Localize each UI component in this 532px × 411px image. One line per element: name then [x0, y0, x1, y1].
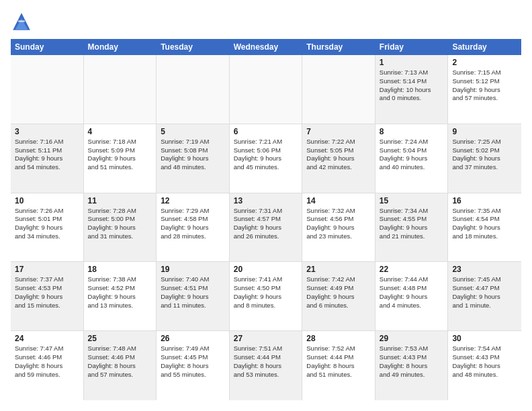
- cell-line: Sunrise: 7:37 AM: [15, 275, 79, 284]
- cell-line: Daylight: 9 hours: [452, 154, 517, 163]
- cell-line: Sunset: 5:04 PM: [380, 146, 444, 155]
- cell-line: Daylight: 9 hours: [452, 224, 517, 232]
- day-number: 20: [234, 265, 298, 274]
- day-number: 28: [306, 334, 371, 343]
- cell-line: Sunset: 5:05 PM: [306, 146, 371, 155]
- cell-line: Daylight: 9 hours: [380, 293, 444, 302]
- cell-line: and 54 minutes.: [15, 163, 79, 172]
- cell-line: Sunrise: 7:52 AM: [306, 345, 371, 353]
- cell-line: Sunset: 4:55 PM: [380, 215, 444, 224]
- cell-line: Sunset: 4:46 PM: [15, 353, 79, 362]
- cell-line: and 18 minutes.: [452, 232, 517, 241]
- cell-line: Daylight: 9 hours: [88, 293, 152, 302]
- day-number: 18: [88, 265, 152, 274]
- cell-line: Sunrise: 7:18 AM: [88, 138, 152, 146]
- week-row-3: 10Sunrise: 7:26 AMSunset: 5:01 PMDayligh…: [11, 193, 521, 263]
- day-cell-25: 25Sunrise: 7:48 AMSunset: 4:46 PMDayligh…: [84, 331, 157, 400]
- cell-line: Sunset: 4:51 PM: [161, 284, 225, 293]
- day-cell-5: 5Sunrise: 7:19 AMSunset: 5:08 PMDaylight…: [157, 124, 230, 193]
- day-number: 12: [161, 196, 225, 205]
- day-cell-26: 26Sunrise: 7:49 AMSunset: 4:45 PMDayligh…: [157, 331, 230, 400]
- cell-line: Daylight: 8 hours: [234, 362, 298, 371]
- cell-line: Sunrise: 7:26 AM: [15, 207, 79, 216]
- cell-line: Daylight: 9 hours: [161, 293, 225, 302]
- empty-cell: [11, 55, 84, 124]
- cell-line: Sunrise: 7:42 AM: [306, 275, 371, 284]
- calendar-header: SundayMondayTuesdayWednesdayThursdayFrid…: [11, 39, 521, 55]
- cell-line: Sunrise: 7:16 AM: [15, 138, 79, 146]
- day-number: 9: [452, 127, 517, 136]
- header-cell-sunday: Sunday: [11, 39, 84, 55]
- day-cell-27: 27Sunrise: 7:51 AMSunset: 4:44 PMDayligh…: [230, 331, 303, 400]
- cell-line: and 11 minutes.: [161, 302, 225, 310]
- cell-line: Sunset: 4:53 PM: [15, 284, 79, 293]
- empty-cell: [302, 55, 375, 124]
- day-number: 7: [306, 127, 371, 136]
- day-number: 22: [380, 265, 444, 274]
- cell-line: and 28 minutes.: [161, 232, 225, 241]
- cell-line: Sunset: 5:11 PM: [15, 146, 79, 155]
- cell-line: Daylight: 8 hours: [306, 362, 371, 371]
- logo-icon: [11, 11, 32, 32]
- cell-line: and 53 minutes.: [234, 371, 298, 379]
- cell-line: Sunrise: 7:47 AM: [15, 345, 79, 353]
- cell-line: and 31 minutes.: [88, 232, 152, 241]
- day-number: 2: [452, 58, 517, 67]
- cell-line: Daylight: 9 hours: [234, 224, 298, 232]
- week-row-2: 3Sunrise: 7:16 AMSunset: 5:11 PMDaylight…: [11, 124, 521, 193]
- cell-line: Daylight: 9 hours: [380, 224, 444, 232]
- cell-line: and 23 minutes.: [306, 232, 371, 241]
- cell-line: Sunset: 4:46 PM: [88, 353, 152, 362]
- day-cell-20: 20Sunrise: 7:41 AMSunset: 4:50 PMDayligh…: [230, 262, 303, 330]
- cell-line: Sunset: 4:47 PM: [452, 284, 517, 293]
- cell-line: Daylight: 9 hours: [15, 154, 79, 163]
- cell-line: Sunset: 4:48 PM: [380, 284, 444, 293]
- cell-line: and 48 minutes.: [452, 371, 517, 379]
- header-cell-wednesday: Wednesday: [230, 39, 303, 55]
- empty-cell: [84, 55, 157, 124]
- day-number: 16: [452, 196, 517, 205]
- cell-line: Daylight: 9 hours: [452, 86, 517, 95]
- cell-line: and 48 minutes.: [161, 163, 225, 172]
- week-row-5: 24Sunrise: 7:47 AMSunset: 4:46 PMDayligh…: [11, 331, 521, 400]
- cell-line: Sunset: 5:12 PM: [452, 77, 517, 86]
- day-cell-3: 3Sunrise: 7:16 AMSunset: 5:11 PMDaylight…: [11, 124, 84, 193]
- cell-line: Sunset: 5:14 PM: [380, 77, 444, 86]
- cell-line: Daylight: 9 hours: [234, 293, 298, 302]
- cell-line: Sunrise: 7:25 AM: [452, 138, 517, 146]
- day-cell-9: 9Sunrise: 7:25 AMSunset: 5:02 PMDaylight…: [448, 124, 521, 193]
- day-cell-1: 1Sunrise: 7:13 AMSunset: 5:14 PMDaylight…: [375, 55, 449, 124]
- page: SundayMondayTuesdayWednesdayThursdayFrid…: [0, 0, 532, 411]
- day-cell-21: 21Sunrise: 7:42 AMSunset: 4:49 PMDayligh…: [302, 262, 375, 330]
- day-number: 29: [380, 334, 444, 343]
- cell-line: Sunset: 4:44 PM: [306, 353, 371, 362]
- cell-line: Sunset: 4:43 PM: [380, 353, 444, 362]
- day-number: 4: [88, 127, 152, 136]
- cell-line: and 8 minutes.: [234, 302, 298, 310]
- cell-line: and 21 minutes.: [380, 232, 444, 241]
- cell-line: Sunset: 4:57 PM: [234, 215, 298, 224]
- cell-line: Sunrise: 7:15 AM: [452, 68, 517, 77]
- day-number: 5: [161, 127, 225, 136]
- cell-line: Sunset: 4:43 PM: [452, 353, 517, 362]
- cell-line: Daylight: 9 hours: [15, 293, 79, 302]
- header-cell-tuesday: Tuesday: [157, 39, 230, 55]
- cell-line: Sunrise: 7:40 AM: [161, 275, 225, 284]
- day-cell-17: 17Sunrise: 7:37 AMSunset: 4:53 PMDayligh…: [11, 262, 84, 330]
- cell-line: Sunrise: 7:44 AM: [380, 275, 444, 284]
- cell-line: Sunrise: 7:48 AM: [88, 345, 152, 353]
- cell-line: and 34 minutes.: [15, 232, 79, 241]
- cell-line: and 45 minutes.: [234, 163, 298, 172]
- cell-line: and 59 minutes.: [15, 371, 79, 379]
- cell-line: and 57 minutes.: [452, 94, 517, 103]
- cell-line: Daylight: 8 hours: [15, 362, 79, 371]
- cell-line: and 0 minutes.: [380, 94, 444, 103]
- day-cell-30: 30Sunrise: 7:54 AMSunset: 4:43 PMDayligh…: [448, 331, 521, 400]
- day-number: 25: [88, 334, 152, 343]
- day-cell-4: 4Sunrise: 7:18 AMSunset: 5:09 PMDaylight…: [84, 124, 157, 193]
- cell-line: Sunset: 5:06 PM: [234, 146, 298, 155]
- cell-line: Sunrise: 7:45 AM: [452, 275, 517, 284]
- day-number: 10: [15, 196, 79, 205]
- cell-line: Sunset: 4:54 PM: [452, 215, 517, 224]
- cell-line: Daylight: 9 hours: [15, 224, 79, 232]
